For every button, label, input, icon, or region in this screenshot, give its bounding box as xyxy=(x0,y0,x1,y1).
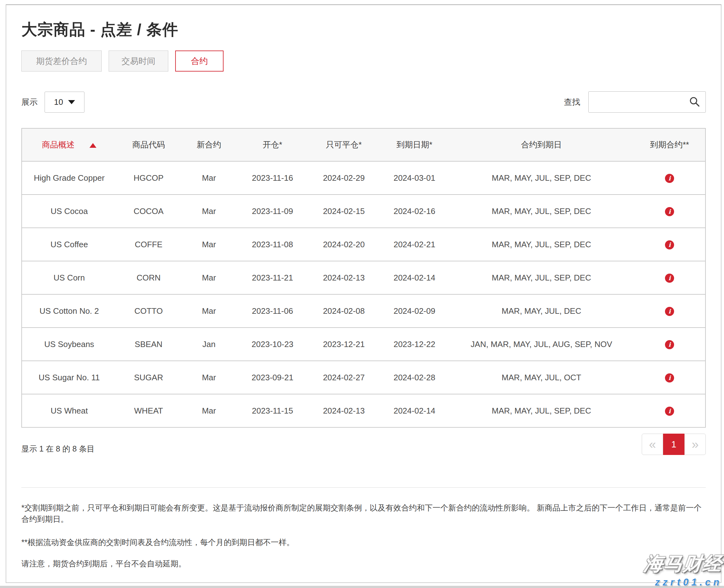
new-contract-cell: Mar xyxy=(181,228,237,261)
commodity-code-cell: COFFE xyxy=(117,228,181,261)
expiry-date-cell: 2024-02-14 xyxy=(380,261,449,294)
info-icon[interactable]: i xyxy=(665,307,674,316)
open-date-cell: 2023-11-16 xyxy=(237,161,308,194)
window-bottom-edge xyxy=(0,586,724,588)
column-header-close-only[interactable]: 只可平仓* xyxy=(308,128,380,161)
table-body: High Grade Copper HGCOP Mar 2023-11-16 2… xyxy=(22,161,705,427)
new-contract-cell: Mar xyxy=(181,294,237,328)
open-date-cell: 2023-11-21 xyxy=(237,261,308,294)
open-date-cell: 2023-11-08 xyxy=(237,228,308,261)
new-contract-cell: Mar xyxy=(181,194,237,228)
table-row: US Wheat WHEAT Mar 2023-11-15 2024-02-13… xyxy=(22,394,705,427)
expiry-date-cell: 2024-02-09 xyxy=(380,294,449,328)
table-row: High Grade Copper HGCOP Mar 2023-11-16 2… xyxy=(22,161,705,194)
info-icon[interactable]: i xyxy=(665,340,674,349)
info-icon[interactable]: i xyxy=(665,174,674,183)
chevron-double-right-icon: » xyxy=(692,437,699,451)
commodity-code-cell: HGCOP xyxy=(117,161,181,194)
footnote-delivery: *交割期到期之前，只可平仓和到期日可能会有所变更。这是基于流动报价商所制定的展期… xyxy=(21,502,706,525)
column-header-contract-months[interactable]: 合约到期日 xyxy=(449,128,634,161)
sort-ascending-icon xyxy=(89,143,96,148)
table-row: US Coffee COFFE Mar 2023-11-08 2024-02-2… xyxy=(22,228,705,261)
tab-bar: 期货差价合约 交易时间 合约 xyxy=(21,50,706,71)
expiring-contract-cell: i xyxy=(634,194,705,228)
tab-contracts-label: 合约 xyxy=(191,56,208,67)
tab-trading-hours[interactable]: 交易时间 xyxy=(108,50,168,71)
show-label: 展示 xyxy=(21,97,38,108)
column-header-new-contract[interactable]: 新合约 xyxy=(181,128,237,161)
commodity-code-cell: WHEAT xyxy=(117,394,181,427)
column-header-expiring-contract[interactable]: 到期合约** xyxy=(634,128,705,161)
column-header-code[interactable]: 商品代码 xyxy=(117,128,181,161)
search-control: 查找 xyxy=(564,91,706,113)
open-date-cell: 2023-11-06 xyxy=(237,294,308,328)
close-only-date-cell: 2024-02-29 xyxy=(308,161,380,194)
info-icon[interactable]: i xyxy=(665,274,674,283)
table-row: US Corn CORN Mar 2023-11-21 2024-02-13 2… xyxy=(22,261,705,294)
page-size-value: 10 xyxy=(54,97,63,107)
chevron-down-icon xyxy=(68,100,75,104)
commodity-code-cell: SBEAN xyxy=(117,328,181,361)
tab-futures-cfd[interactable]: 期货差价合约 xyxy=(21,50,102,71)
table-row: US Soybeans SBEAN Jan 2023-10-23 2023-12… xyxy=(22,328,705,361)
table-header: 商品概述 商品代码 新合约 开仓* 只可平仓* 到期日期* 合约到期日 到期合约… xyxy=(22,128,705,161)
info-icon-glyph: i xyxy=(668,309,671,314)
new-contract-cell: Mar xyxy=(181,361,237,394)
info-icon[interactable]: i xyxy=(665,207,674,216)
tab-trading-hours-label: 交易时间 xyxy=(121,56,156,67)
pagination-page-1-button[interactable]: 1 xyxy=(663,434,684,455)
info-icon-glyph: i xyxy=(668,342,671,348)
close-only-date-cell: 2024-02-27 xyxy=(308,361,380,394)
expiry-date-cell: 2023-12-22 xyxy=(380,328,449,361)
expiring-contract-cell: i xyxy=(634,361,705,394)
new-contract-cell: Mar xyxy=(181,161,237,194)
commodity-name-cell: US Soybeans xyxy=(22,328,117,361)
table-row: US Sugar No. 11 SUGAR Mar 2023-09-21 202… xyxy=(22,361,705,394)
info-icon[interactable]: i xyxy=(665,240,674,249)
commodity-name-cell: High Grade Copper xyxy=(22,161,117,194)
pagination-prev-button[interactable]: « xyxy=(642,434,663,455)
page-title: 大宗商品 - 点差 / 条件 xyxy=(21,21,706,38)
expiring-contract-cell: i xyxy=(634,328,705,361)
contract-months-cell: MAR, MAY, JUL, SEP, DEC xyxy=(449,194,634,228)
expiry-date-cell: 2024-03-01 xyxy=(380,161,449,194)
info-icon-glyph: i xyxy=(668,175,671,181)
expiry-date-cell: 2024-02-21 xyxy=(380,228,449,261)
close-only-date-cell: 2024-02-15 xyxy=(308,194,380,228)
info-icon-glyph: i xyxy=(668,209,671,215)
contracts-table: 商品概述 商品代码 新合约 开仓* 只可平仓* 到期日期* 合约到期日 到期合约… xyxy=(21,128,706,428)
column-header-commodity[interactable]: 商品概述 xyxy=(22,128,117,161)
pagination: « 1 » xyxy=(642,434,706,455)
contract-months-cell: MAR, MAY, JUL, OCT xyxy=(449,361,634,394)
search-label: 查找 xyxy=(564,97,580,108)
expiry-date-cell: 2024-02-16 xyxy=(380,194,449,228)
close-only-date-cell: 2024-02-08 xyxy=(308,294,380,328)
new-contract-cell: Mar xyxy=(181,261,237,294)
open-date-cell: 2023-10-23 xyxy=(237,328,308,361)
commodity-name-cell: US Corn xyxy=(22,261,117,294)
column-header-commodity-label: 商品概述 xyxy=(42,140,75,149)
open-date-cell: 2023-11-09 xyxy=(237,194,308,228)
expiring-contract-cell: i xyxy=(634,228,705,261)
info-icon-glyph: i xyxy=(668,408,671,414)
expiring-contract-cell: i xyxy=(634,261,705,294)
contract-months-cell: MAR, MAY, JUL, SEP, DEC xyxy=(449,261,634,294)
info-icon[interactable]: i xyxy=(665,373,674,382)
table-footer: 显示 1 在 8 的 8 条目 « 1 » xyxy=(21,434,706,455)
pagination-next-button[interactable]: » xyxy=(684,434,706,455)
contract-months-cell: MAR, MAY, JUL, SEP, DEC xyxy=(449,394,634,427)
commodity-name-cell: US Wheat xyxy=(22,394,117,427)
new-contract-cell: Mar xyxy=(181,394,237,427)
search-icon[interactable] xyxy=(688,96,701,108)
commodity-code-cell: CORN xyxy=(117,261,181,294)
expiry-date-cell: 2024-02-14 xyxy=(380,394,449,427)
page-size-select[interactable]: 10 xyxy=(45,91,84,113)
close-only-date-cell: 2024-02-13 xyxy=(308,261,380,294)
footnotes: *交割期到期之前，只可平仓和到期日可能会有所变更。这是基于流动报价商所制定的展期… xyxy=(21,502,706,569)
info-icon[interactable]: i xyxy=(665,407,674,416)
tab-contracts[interactable]: 合约 xyxy=(175,50,224,71)
column-header-open[interactable]: 开仓* xyxy=(237,128,308,161)
commodity-code-cell: COCOA xyxy=(117,194,181,228)
column-header-expiry-date[interactable]: 到期日期* xyxy=(380,128,449,161)
search-input[interactable] xyxy=(589,91,705,112)
